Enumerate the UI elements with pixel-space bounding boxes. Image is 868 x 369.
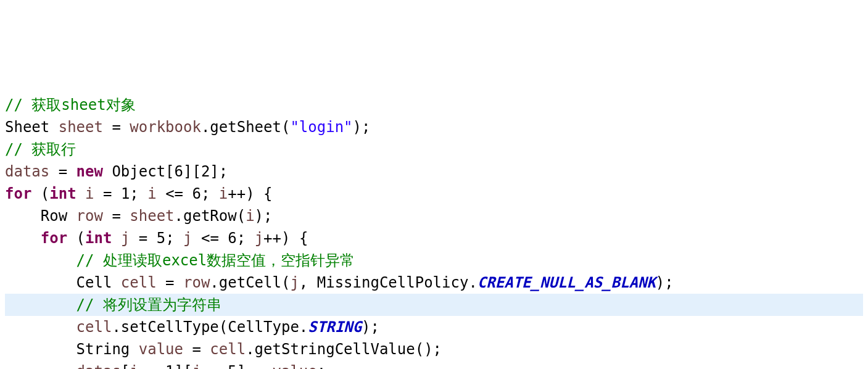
code-token-punctuation <box>112 230 120 247</box>
code-token-comment: // 处理读取excel数据空值，空指针异常 <box>76 252 355 269</box>
code-line: Cell cell = row.getCell(j, MissingCellPo… <box>5 272 863 294</box>
code-token-punctuation: <= 6; <box>192 230 254 247</box>
code-token-identifier: row <box>183 274 210 291</box>
code-token-punctuation: ( <box>31 185 49 202</box>
code-token-punctuation <box>5 318 76 336</box>
code-token-punctuation: = <box>49 163 76 180</box>
code-line: datas[i - 1][j - 5] = value; <box>5 360 863 369</box>
code-token-identifier: datas <box>76 363 121 369</box>
code-token-identifier: value <box>273 363 317 369</box>
code-line: // 将列设置为字符串 <box>5 294 863 316</box>
code-token-punctuation: = <box>103 118 130 136</box>
code-token-identifier: value <box>139 341 183 358</box>
code-token-punctuation: = 1; <box>94 185 148 202</box>
code-block: // 获取sheet对象Sheet sheet = workbook.getSh… <box>5 94 863 369</box>
code-token-punctuation: .setCellType(CellType. <box>112 318 308 336</box>
code-token-punctuation: , MissingCellPolicy. <box>299 274 477 291</box>
code-token-punctuation: .getStringCellValue(); <box>246 341 442 358</box>
code-token-keyword: int <box>49 185 76 202</box>
code-token-comment: // 获取sheet对象 <box>5 96 136 114</box>
code-token-comment: // 获取行 <box>5 141 76 158</box>
code-token-identifier: sheet <box>130 207 174 225</box>
code-line: Row row = sheet.getRow(i); <box>5 205 863 227</box>
code-token-keyword: for <box>5 185 31 202</box>
code-token-constant: STRING <box>308 318 362 336</box>
code-token-identifier: j <box>255 230 263 247</box>
code-token-punctuation: = 5; <box>130 230 183 247</box>
code-line: String value = cell.getStringCellValue()… <box>5 338 863 360</box>
code-token-identifier: sheet <box>59 118 103 136</box>
code-token-punctuation: ; <box>317 363 326 369</box>
code-token-punctuation: String <box>5 341 139 358</box>
code-token-punctuation: = <box>157 274 183 291</box>
code-token-punctuation: - 1][ <box>139 363 192 369</box>
code-line: for (int j = 5; j <= 6; j++) { <box>5 227 863 249</box>
code-line: datas = new Object[6][2]; <box>5 160 863 183</box>
code-token-punctuation: .getSheet( <box>201 118 291 136</box>
code-token-punctuation: ); <box>255 207 273 225</box>
code-token-punctuation: Cell <box>5 274 121 291</box>
code-token-identifier: j <box>290 274 299 291</box>
code-token-identifier: i <box>219 185 228 202</box>
code-token-punctuation: ); <box>656 274 674 291</box>
code-token-punctuation: [ <box>121 363 130 369</box>
code-token-identifier: i <box>246 207 254 225</box>
code-token-identifier: i <box>147 185 156 202</box>
code-token-identifier: i <box>85 185 94 202</box>
code-line: // 处理读取excel数据空值，空指针异常 <box>5 249 863 272</box>
code-line: Sheet sheet = workbook.getSheet("login")… <box>5 116 863 138</box>
code-token-identifier: cell <box>121 274 157 291</box>
code-token-punctuation: Object[6][2]; <box>103 163 228 180</box>
code-token-identifier: j <box>192 363 200 369</box>
code-token-punctuation <box>5 296 76 313</box>
code-token-punctuation: ); <box>353 118 371 136</box>
code-token-punctuation: ); <box>362 318 379 336</box>
code-token-punctuation: - 5] = <box>201 363 273 369</box>
code-token-identifier: cell <box>210 341 246 358</box>
code-token-identifier: i <box>130 363 138 369</box>
code-token-punctuation: ++) { <box>263 230 308 247</box>
code-token-identifier: j <box>183 230 192 247</box>
code-token-keyword: new <box>76 163 103 180</box>
code-token-punctuation <box>76 185 85 202</box>
code-token-punctuation: <= 6; <box>157 185 219 202</box>
code-token-punctuation: ++) { <box>228 185 272 202</box>
code-token-punctuation: = <box>183 341 210 358</box>
code-token-keyword: int <box>85 230 112 247</box>
code-token-punctuation: Row <box>5 207 76 225</box>
code-token-identifier: j <box>121 230 130 247</box>
code-line: for (int i = 1; i <= 6; i++) { <box>5 183 863 205</box>
code-token-punctuation <box>5 363 76 369</box>
code-token-constant: CREATE_NULL_AS_BLANK <box>477 274 656 291</box>
code-token-comment: // 将列设置为字符串 <box>76 296 221 313</box>
code-token-punctuation: ( <box>67 230 85 247</box>
code-token-identifier: datas <box>5 163 49 180</box>
code-token-punctuation: .getRow( <box>175 207 246 225</box>
code-line: // 获取行 <box>5 138 863 160</box>
code-token-punctuation: .getCell( <box>210 274 290 291</box>
code-token-identifier: workbook <box>130 118 201 136</box>
code-token-punctuation <box>5 230 41 247</box>
code-token-keyword: for <box>41 230 67 247</box>
code-token-identifier: row <box>76 207 103 225</box>
code-token-identifier: cell <box>76 318 112 336</box>
code-token-type: Sheet <box>5 118 59 136</box>
code-token-punctuation <box>5 252 76 269</box>
code-line: // 获取sheet对象 <box>5 94 863 116</box>
code-token-punctuation: = <box>103 207 130 225</box>
code-token-string: "login" <box>290 118 352 136</box>
code-line: cell.setCellType(CellType.STRING); <box>5 316 863 338</box>
